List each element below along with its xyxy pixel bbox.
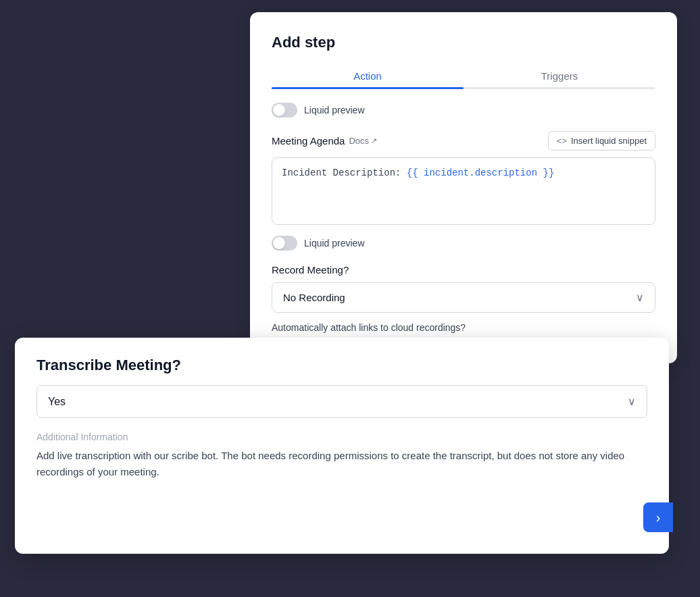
panel-title: Add step (272, 34, 655, 51)
bottom-panel: Transcribe Meeting? Yes ∨ Additional Inf… (15, 338, 669, 554)
tabs-underline-active (272, 87, 464, 89)
external-link-icon: ↗ (371, 136, 377, 145)
additional-info-text: Add live transcription with our scribe b… (36, 448, 647, 480)
record-meeting-select[interactable]: No Recording ∨ (272, 282, 655, 313)
next-button[interactable]: › (643, 502, 673, 532)
meeting-agenda-label: Meeting Agenda (272, 135, 345, 147)
liquid-preview-bottom-toggle[interactable] (272, 236, 297, 251)
auto-attach-label: Automatically attach links to cloud reco… (272, 322, 655, 333)
meeting-agenda-label-group: Meeting Agenda Docs ↗ (272, 135, 377, 147)
meeting-agenda-textarea[interactable]: Incident Description: {{ incident.descri… (272, 157, 655, 225)
toggle-knob (273, 104, 285, 116)
code-icon: <> (557, 136, 567, 146)
additional-info-label: Additional Information (36, 432, 647, 442)
tabs-container: Action Triggers (272, 65, 655, 87)
transcribe-meeting-select[interactable]: Yes ∨ (36, 385, 647, 418)
tab-action[interactable]: Action (272, 65, 464, 87)
transcribe-meeting-value: Yes (48, 396, 66, 408)
insert-snippet-label: Insert liquid snippet (571, 136, 647, 146)
liquid-preview-bottom-row: Liquid preview (272, 236, 655, 251)
meeting-agenda-header: Meeting Agenda Docs ↗ <> Insert liquid s… (272, 131, 655, 151)
record-meeting-chevron-icon: ∨ (636, 291, 644, 304)
docs-link[interactable]: Docs ↗ (349, 136, 377, 146)
tabs-underline (272, 87, 655, 89)
tab-triggers[interactable]: Triggers (464, 65, 655, 87)
agenda-content-variable: {{ incident.description }} (407, 167, 554, 178)
liquid-preview-top-toggle[interactable] (272, 103, 297, 118)
record-meeting-label: Record Meeting? (272, 264, 655, 276)
liquid-preview-bottom-label: Liquid preview (304, 238, 365, 249)
liquid-preview-top-row: Liquid preview (272, 103, 655, 118)
record-meeting-value: No Recording (283, 292, 345, 303)
liquid-preview-top-label: Liquid preview (304, 105, 365, 115)
bottom-panel-title: Transcribe Meeting? (36, 357, 647, 374)
insert-snippet-button[interactable]: <> Insert liquid snippet (548, 131, 655, 151)
agenda-content-plain: Incident Description: (282, 167, 407, 178)
page-background: Add step Action Triggers Liquid preview … (0, 0, 700, 597)
main-panel: Add step Action Triggers Liquid preview … (250, 12, 677, 363)
next-button-icon: › (656, 510, 661, 525)
toggle-knob-bottom (273, 237, 285, 249)
docs-link-text: Docs (349, 136, 369, 146)
transcribe-chevron-icon: ∨ (628, 395, 636, 408)
